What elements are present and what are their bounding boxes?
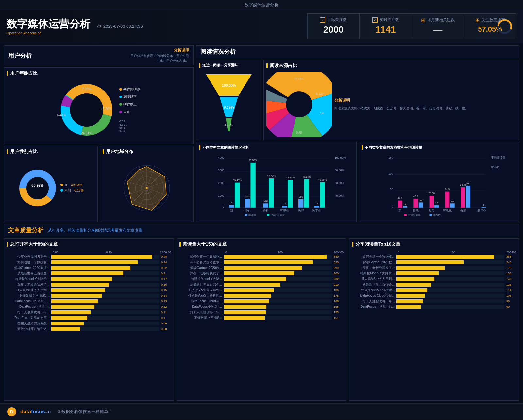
bar-row: 特斯拉Model Y大降价...156 bbox=[352, 271, 516, 276]
svg-text:43.26%: 43.26% bbox=[101, 107, 112, 111]
ring-progress-chart bbox=[497, 18, 513, 35]
article-quality-subtitle: 从打开率、总阅读量和分享阅读情况考量发布文章质量 bbox=[48, 228, 142, 233]
bar-label: 从最新世界五百强企... bbox=[352, 282, 395, 287]
svg-text:50: 50 bbox=[390, 188, 393, 191]
user-section-header: 用户分析 分析说明 用户分析包含用户的地域分布、用户性别占比、用户年龄占比。 bbox=[4, 45, 194, 65]
layers-icon-1: ⊞ bbox=[421, 17, 425, 23]
bar-fill bbox=[51, 271, 123, 275]
bar-value: 178 bbox=[506, 266, 516, 270]
bar-fill bbox=[224, 260, 313, 264]
age-donut-svg: 7.08% 43.26% 24.44% 24.61% bbox=[57, 80, 116, 139]
bar-indicator-gender bbox=[7, 149, 8, 154]
bar-fill bbox=[224, 299, 269, 303]
bar-fill bbox=[51, 322, 84, 325]
funnel-chart-title: 送达—阅读—分享漏斗 bbox=[199, 63, 259, 68]
bar-label: 今年公务员国考竞争... bbox=[179, 260, 222, 265]
bar-row: 从最新世界五百强企...0.2 bbox=[7, 271, 171, 276]
svg-text:教程: 教程 bbox=[298, 209, 304, 212]
bar-label: 特斯拉Model Y大降价... bbox=[7, 277, 49, 281]
reading-section-header: 阅读情况分析 bbox=[196, 45, 519, 58]
svg-text:D: D bbox=[10, 409, 13, 414]
svg-rect-78 bbox=[298, 199, 303, 208]
svg-text:数字化: 数字化 bbox=[478, 209, 486, 212]
svg-text:发布数: 发布数 bbox=[433, 214, 441, 216]
svg-rect-127 bbox=[482, 207, 486, 208]
bar-track bbox=[224, 310, 332, 314]
svg-text:7.08%: 7.08% bbox=[82, 87, 91, 91]
read-count-chart-title: 阅读量大于150的文章 bbox=[179, 241, 344, 247]
bar-track bbox=[224, 255, 332, 259]
bar-row: IT人员VS业务人员到...0.15 bbox=[7, 288, 171, 292]
bar-row: 打工人涨薪攻略：年...155 bbox=[179, 310, 344, 315]
bar-fill bbox=[51, 277, 112, 281]
bar-indicator-type-reading bbox=[199, 145, 200, 150]
bar-value: 0.09 bbox=[161, 322, 171, 325]
user-section-label: 用户分析 bbox=[8, 52, 32, 60]
bar-label: 什么是AaaS：分析即... bbox=[352, 288, 395, 292]
svg-text:104: 104 bbox=[466, 182, 471, 185]
bar-track bbox=[396, 255, 504, 259]
analysis-note-title: 分析说明 bbox=[130, 48, 189, 53]
bar-row: IT人员VS业务人员到...186 bbox=[179, 288, 344, 292]
svg-rect-92 bbox=[245, 214, 247, 216]
age-legend-1: 46岁到60岁 bbox=[119, 87, 140, 92]
type-reading-chart-panel: 不同类型文章的阅读情况分析 4000 3000 2000 1000 0 100.… bbox=[196, 142, 357, 222]
region-chart-title: 用户地域分布 bbox=[103, 149, 191, 155]
svg-rect-114 bbox=[430, 196, 434, 208]
bar-track bbox=[224, 266, 332, 270]
bar-track bbox=[396, 260, 504, 264]
bar-label: 营销人是如何洞察数... bbox=[7, 321, 49, 326]
bar-row: 打工人涨薪攻略：年...0.11 bbox=[7, 310, 171, 315]
svg-text:分析: 分析 bbox=[263, 209, 269, 212]
bar-track bbox=[51, 260, 159, 264]
bar-row: DataFocus小学堂 |...0.12 bbox=[7, 305, 171, 309]
avg-reading-chart-title: 不同类型文章的发布数和平均阅读量 bbox=[362, 145, 516, 150]
bar-track bbox=[396, 299, 504, 303]
bar-fill bbox=[224, 305, 266, 309]
stat-label-3: ⊞ 本月新增关注数 bbox=[420, 17, 456, 23]
bar-fill bbox=[224, 316, 265, 320]
bar-fill bbox=[224, 277, 286, 281]
svg-rect-110 bbox=[413, 199, 418, 208]
layers-icon-2: ⊞ bbox=[475, 17, 480, 23]
open-rate-chart-panel: 总打开率大于8%的文章 0.000.100.200.30 今年公务员国考竞争..… bbox=[4, 238, 174, 401]
svg-rect-124 bbox=[466, 186, 470, 208]
svg-text:34.6: 34.6 bbox=[397, 197, 402, 200]
svg-text:76.3: 76.3 bbox=[445, 188, 450, 191]
svg-rect-62 bbox=[229, 205, 234, 208]
bar-fill bbox=[224, 271, 294, 275]
stat-label-2: ✓ 实时关注数 bbox=[367, 17, 404, 23]
gender-chart-panel: 用户性别占比 60.97% bbox=[4, 146, 98, 222]
bar-track bbox=[51, 271, 159, 275]
share-chart-title: 分享阅读量Top10文章 bbox=[352, 241, 516, 247]
bar-value: 140 bbox=[506, 277, 516, 281]
bar-row: 从最新世界五百强企...210 bbox=[179, 282, 344, 287]
bar-label: 不懂数据？不懂S... bbox=[179, 316, 222, 320]
bar-row: DataFocus小学堂 |...158 bbox=[179, 305, 344, 309]
bar-row: 不懂数据？不懂SQ...0.14 bbox=[7, 293, 171, 298]
main-subtitle: Operation Analysis of bbox=[7, 31, 90, 35]
svg-rect-122 bbox=[461, 187, 465, 208]
check-icon-1: ✓ bbox=[320, 17, 325, 23]
svg-rect-84 bbox=[320, 182, 325, 208]
svg-rect-80 bbox=[304, 179, 309, 208]
bar-value: 232 bbox=[334, 277, 344, 281]
bar-row: 不懂数据？不懂S...151 bbox=[179, 316, 344, 320]
bar-row: 什么是AaaS：分析即...114 bbox=[352, 288, 516, 292]
bar-value: 128 bbox=[506, 283, 516, 286]
svg-rect-118 bbox=[445, 192, 450, 208]
bar-row: 特斯拉Model Y大降价...0.17 bbox=[7, 277, 171, 281]
bar-track bbox=[224, 299, 332, 303]
article-quality-label: 文章质量分析 bbox=[8, 226, 43, 234]
bar-label: 打工人涨薪攻略：年... bbox=[352, 299, 395, 304]
bar-track bbox=[51, 266, 159, 270]
bar-row: 深夜，老板给我发了...178 bbox=[352, 266, 516, 270]
header-stats: ✓ 目标关注数 2000 ✓ 实时关注数 1141 ⊞ 本月新增关注数 — ⊞ bbox=[307, 13, 516, 39]
bar-value: 0.13 bbox=[161, 300, 171, 303]
bar-value: 0.28 bbox=[161, 255, 171, 258]
bar-fill bbox=[396, 305, 421, 309]
bar-row: 打工人涨薪攻略：年...98 bbox=[352, 299, 516, 304]
reading-section-label: 阅读情况分析 bbox=[200, 48, 236, 56]
top-bar: 数字媒体运营分析 bbox=[0, 0, 523, 10]
type-reading-chart-title: 不同类型文章的阅读情况分析 bbox=[199, 145, 354, 150]
